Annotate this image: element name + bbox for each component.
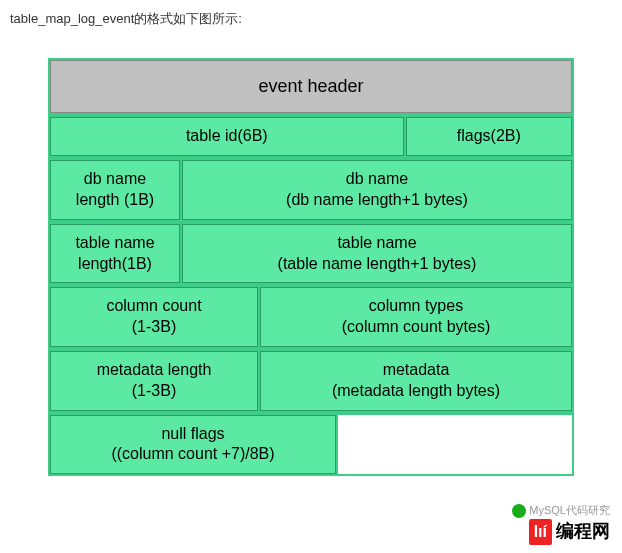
diagram-container: event header table id(6B) flags(2B) db n…	[48, 58, 574, 476]
cell-metadata-length: metadata length(1-3B)	[50, 351, 258, 411]
row-db-name: db namelength (1B) db name(db name lengt…	[48, 158, 574, 222]
cell-table-id: table id(6B)	[50, 117, 404, 156]
cell-column-types: column types(column count bytes)	[260, 287, 572, 347]
row-null-flags: null flags((column count +7)/8B)	[48, 413, 574, 477]
row-table-name: table namelength(1B) table name(table na…	[48, 222, 574, 286]
cell-db-name: db name(db name length+1 bytes)	[182, 160, 572, 220]
cell-db-name-length: db namelength (1B)	[50, 160, 180, 220]
cell-column-count: column count(1-3B)	[50, 287, 258, 347]
cell-flags: flags(2B)	[406, 117, 572, 156]
row-metadata: metadata length(1-3B) metadata(metadata …	[48, 349, 574, 413]
cell-metadata: metadata(metadata length bytes)	[260, 351, 572, 411]
cell-table-name: table name(table name length+1 bytes)	[182, 224, 572, 284]
row-column-count-types: column count(1-3B) column types(column c…	[48, 285, 574, 349]
event-format-diagram: event header	[48, 58, 574, 115]
intro-text: table_map_log_event的格式如下图所示:	[10, 10, 612, 28]
row-table-flags: table id(6B) flags(2B)	[48, 115, 574, 158]
cell-event-header: event header	[50, 60, 572, 113]
cell-null-flags: null flags((column count +7)/8B)	[50, 415, 336, 475]
cell-empty	[338, 415, 572, 475]
cell-table-name-length: table namelength(1B)	[50, 224, 180, 284]
